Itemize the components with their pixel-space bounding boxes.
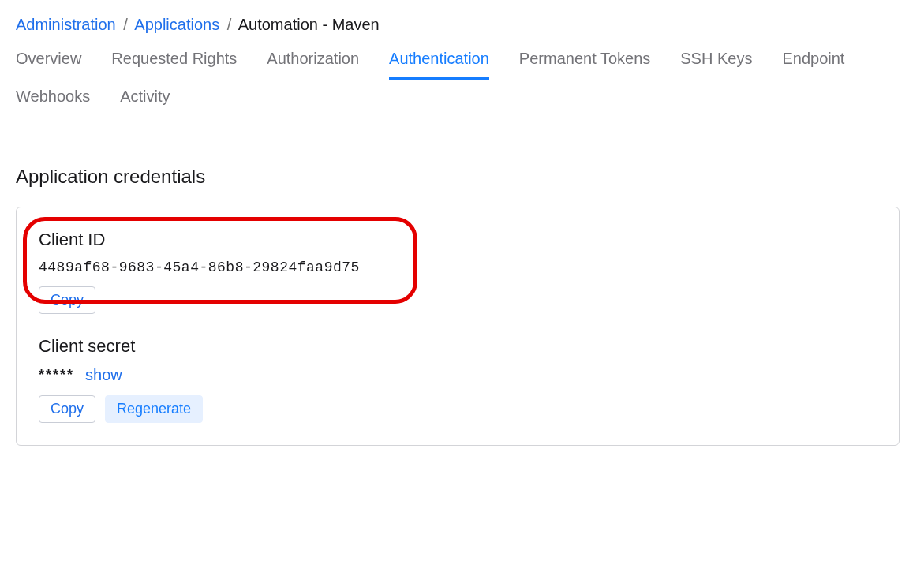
breadcrumb-link-administration[interactable]: Administration — [16, 16, 116, 33]
tabs-container: OverviewRequested RightsAuthorizationAut… — [16, 50, 908, 118]
copy-client-secret-button[interactable]: Copy — [39, 395, 95, 423]
breadcrumb-separator: / — [227, 16, 232, 33]
section-title-credentials: Application credentials — [16, 166, 908, 188]
breadcrumb-link-applications[interactable]: Applications — [134, 16, 219, 33]
breadcrumb: Administration / Applications / Automati… — [16, 16, 908, 34]
regenerate-secret-button[interactable]: Regenerate — [105, 395, 203, 423]
client-secret-masked: ***** — [39, 367, 74, 383]
tab-activity[interactable]: Activity — [120, 88, 170, 118]
client-id-block: Client ID 4489af68-9683-45a4-86b8-29824f… — [39, 230, 877, 314]
copy-client-id-button[interactable]: Copy — [39, 286, 95, 314]
tab-webhooks[interactable]: Webhooks — [16, 88, 90, 118]
breadcrumb-separator: / — [123, 16, 128, 33]
tab-endpoint[interactable]: Endpoint — [782, 50, 844, 80]
tab-authentication[interactable]: Authentication — [389, 50, 489, 80]
client-secret-label: Client secret — [39, 336, 877, 357]
credentials-card: Client ID 4489af68-9683-45a4-86b8-29824f… — [16, 207, 900, 446]
client-id-label: Client ID — [39, 230, 877, 250]
tab-requested-rights[interactable]: Requested Rights — [111, 50, 237, 80]
tab-permanent-tokens[interactable]: Permanent Tokens — [519, 50, 650, 80]
show-secret-link[interactable]: show — [85, 366, 122, 384]
breadcrumb-current: Automation - Maven — [238, 16, 380, 33]
tab-authorization[interactable]: Authorization — [267, 50, 359, 80]
tab-ssh-keys[interactable]: SSH Keys — [680, 50, 752, 80]
client-id-value: 4489af68-9683-45a4-86b8-29824faa9d75 — [39, 260, 877, 275]
tab-overview[interactable]: Overview — [16, 50, 81, 80]
client-secret-block: Client secret ***** show Copy Regenerate — [39, 336, 877, 423]
